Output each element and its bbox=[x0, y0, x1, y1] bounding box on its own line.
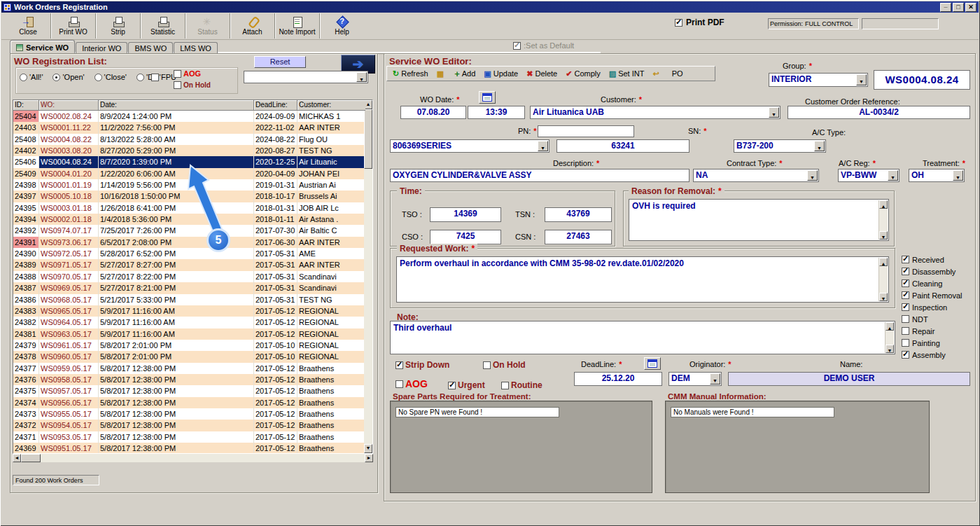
pn-dropdown[interactable]: 806369SERIES bbox=[390, 139, 550, 153]
scrollbar-thumb[interactable] bbox=[21, 454, 41, 462]
wo-grid-row[interactable]: 24376 WS0958.05.17 5/8/2017 12:38:00 PM … bbox=[13, 374, 365, 385]
print-pdf-checkbox[interactable] bbox=[675, 19, 682, 27]
scroll-up-icon[interactable] bbox=[886, 322, 894, 331]
wo-grid-row[interactable]: 24383 WS0965.05.17 5/9/2017 11:16:00 AM … bbox=[13, 305, 365, 317]
chevron-down-icon[interactable] bbox=[769, 107, 779, 118]
treatment-step[interactable]: Painting bbox=[902, 338, 962, 347]
group-dropdown[interactable]: INTERIOR bbox=[769, 73, 868, 87]
wo-grid-row[interactable]: 24386 WS0968.05.17 5/21/2017 5:33:00 PM … bbox=[13, 294, 365, 305]
wo-grid-row[interactable]: 24371 WS0953.05.17 5/8/2017 12:38:00 PM … bbox=[13, 431, 365, 443]
pn-search-input[interactable] bbox=[538, 125, 634, 137]
wo-date-calendar-button[interactable] bbox=[479, 91, 496, 104]
tsn-field[interactable]: 43769 bbox=[545, 207, 612, 222]
on-hold-option[interactable]: On Hold bbox=[483, 360, 526, 370]
customer-filter-dropdown[interactable] bbox=[244, 71, 368, 83]
toolbar-button[interactable]: Attach bbox=[230, 13, 274, 39]
chevron-down-icon[interactable] bbox=[814, 141, 825, 151]
chevron-down-icon[interactable] bbox=[807, 170, 818, 181]
grid-vertical-scrollbar[interactable] bbox=[364, 100, 372, 453]
toolbar-button[interactable]: Close bbox=[6, 13, 50, 39]
ac-reg-dropdown[interactable]: VP-BWW bbox=[838, 169, 899, 182]
scroll-right-icon[interactable] bbox=[365, 454, 373, 462]
wo-tab[interactable]: BMS WO bbox=[128, 42, 173, 53]
scroll-down-icon[interactable] bbox=[886, 345, 894, 353]
wo-grid-row[interactable]: 24375 WS0957.05.17 5/8/2017 12:38:00 PM … bbox=[13, 385, 365, 396]
wo-grid-row[interactable]: 24388 WS0970.05.17 5/27/2017 8:22:00 PM … bbox=[13, 271, 365, 282]
wo-grid-row[interactable]: 24379 WS0961.05.17 5/8/2017 2:01:00 PM 2… bbox=[13, 340, 365, 351]
ac-type-dropdown[interactable]: B737-200 bbox=[734, 139, 826, 153]
chevron-down-icon[interactable] bbox=[856, 74, 867, 85]
column-header-id[interactable]: ID: bbox=[13, 100, 39, 111]
routine-option[interactable]: Routine bbox=[501, 380, 542, 390]
chevron-down-icon[interactable] bbox=[710, 373, 720, 385]
treatment-step[interactable]: Repair bbox=[902, 326, 962, 335]
chevron-down-icon[interactable] bbox=[953, 170, 963, 181]
editor-toolbar-button[interactable]: Update bbox=[480, 69, 522, 78]
csn-field[interactable]: 27463 bbox=[545, 230, 612, 244]
wo-grid-row[interactable]: 25404 WS0002.08.24 8/9/2024 1:24:00 PM 2… bbox=[13, 111, 365, 122]
scrollbar-thumb[interactable] bbox=[364, 109, 372, 169]
scroll-up-icon[interactable] bbox=[879, 258, 888, 266]
chevron-down-icon[interactable] bbox=[888, 170, 898, 181]
wo-grid-row[interactable]: 24391 WS0973.06.17 6/5/2017 2:08:00 PM 2… bbox=[13, 237, 365, 248]
editor-toolbar-button[interactable]: Set INT bbox=[606, 69, 648, 78]
scroll-down-icon[interactable] bbox=[879, 293, 888, 301]
wo-grid-row[interactable]: 25406 WS0004.08.24 8/7/2020 1:39:00 PM 2… bbox=[13, 156, 365, 167]
wo-grid-row[interactable]: 24402 WS0003.08.20 8/27/2020 5:29:00 PM … bbox=[13, 145, 365, 156]
aog-filter[interactable]: AOG bbox=[174, 69, 201, 78]
scroll-left-icon[interactable] bbox=[13, 454, 21, 462]
customer-dropdown[interactable]: Air Lituanica UAB bbox=[530, 106, 780, 119]
editor-toolbar-button[interactable] bbox=[433, 69, 449, 78]
maximize-icon[interactable] bbox=[953, 3, 964, 12]
status-radio[interactable]: 'Close' bbox=[94, 73, 127, 81]
treatment-dropdown[interactable]: OH bbox=[909, 169, 965, 182]
chevron-down-icon[interactable] bbox=[538, 141, 548, 151]
wo-grid-row[interactable]: 25409 WS0004.01.20 1/22/2020 6:06:00 AM … bbox=[13, 168, 365, 179]
wo-grid-row[interactable]: 24382 WS0964.05.17 5/9/2017 11:16:00 AM … bbox=[13, 317, 365, 328]
note-scrollbar[interactable] bbox=[885, 322, 894, 353]
on-hold-filter[interactable]: On Hold bbox=[174, 81, 211, 89]
toolbar-button[interactable]: Help bbox=[319, 13, 364, 39]
originator-dropdown[interactable]: DEM bbox=[668, 372, 722, 386]
wo-grid-row[interactable]: 25408 WS0004.08.22 8/13/2022 5:28:00 AM … bbox=[13, 134, 365, 145]
treatment-step[interactable]: Disassembly bbox=[902, 267, 962, 276]
toolbar-button[interactable]: Note Import bbox=[274, 13, 319, 39]
customer-order-ref-field[interactable]: AL-0034/2 bbox=[788, 106, 970, 119]
toolbar-button[interactable]: Status bbox=[185, 13, 230, 39]
editor-toolbar-button[interactable] bbox=[649, 69, 664, 78]
wo-grid-row[interactable]: 24390 WS0972.05.17 5/28/2017 6:52:00 PM … bbox=[13, 248, 365, 259]
wo-grid-row[interactable]: 24395 WS0003.01.18 1/26/2018 6:41:00 PM … bbox=[13, 202, 365, 214]
minimize-icon[interactable] bbox=[940, 3, 951, 12]
editor-toolbar-button[interactable]: Refresh bbox=[389, 69, 432, 78]
wo-grid-row[interactable]: 24389 WS0971.05.17 5/27/2017 8:27:00 PM … bbox=[13, 259, 365, 270]
wo-grid-row[interactable]: 24373 WS0955.05.17 5/8/2017 12:38:00 PM … bbox=[13, 408, 365, 420]
aog-option[interactable]: AOG bbox=[396, 378, 428, 389]
treatment-step[interactable]: NDT bbox=[902, 314, 962, 324]
editor-toolbar-button[interactable]: Delete bbox=[523, 69, 561, 78]
deadline-field[interactable]: 25.12.20 bbox=[574, 372, 662, 386]
wo-grid-row[interactable]: 24392 WS0974.07.17 7/25/2017 7:26:00 PM … bbox=[13, 225, 365, 236]
wo-grid-row[interactable]: 24369 WS0951.05.17 5/8/2017 12:38:00 PM … bbox=[13, 443, 365, 454]
wo-grid-row[interactable]: 24374 WS0956.05.17 5/8/2017 12:38:00 PM … bbox=[13, 397, 365, 408]
reset-button[interactable]: Reset bbox=[254, 56, 306, 68]
scroll-up-icon[interactable] bbox=[879, 200, 888, 209]
urgent-option[interactable]: Urgent bbox=[448, 380, 485, 390]
treatment-step[interactable]: Assembly bbox=[902, 350, 962, 359]
column-header-date[interactable]: Date: bbox=[99, 100, 254, 111]
column-header-customer[interactable]: Customer: bbox=[298, 100, 365, 111]
treatment-step[interactable]: Cleaning bbox=[902, 279, 962, 288]
editor-toolbar-button[interactable]: Comply bbox=[562, 69, 604, 78]
tso-field[interactable]: 14369 bbox=[430, 207, 501, 222]
grid-horizontal-scrollbar[interactable] bbox=[13, 454, 373, 462]
wo-grid-row[interactable]: 24387 WS0969.05.17 5/27/2017 8:21:00 PM … bbox=[13, 282, 365, 293]
wo-date-field[interactable]: 07.08.20 bbox=[400, 106, 466, 119]
wo-grid-row[interactable]: 24398 WS0001.01.19 1/14/2019 5:56:00 PM … bbox=[13, 179, 365, 191]
fpu-filter[interactable]: FPU bbox=[151, 73, 176, 81]
deadline-calendar-button[interactable] bbox=[644, 357, 661, 370]
wo-grid-row[interactable]: 24377 WS0959.05.17 5/8/2017 12:38:00 PM … bbox=[13, 363, 365, 374]
requested-work-textarea[interactable]: Perform overhaul in accordance with CMM … bbox=[396, 256, 889, 303]
wo-grid-row[interactable]: 24403 WS0001.11.22 11/2/2022 7:56:00 PM … bbox=[13, 122, 365, 133]
description-field[interactable]: OXYGEN CYLINDER&VALVE ASSY bbox=[390, 169, 690, 182]
chevron-down-icon[interactable] bbox=[356, 72, 367, 82]
scroll-down-icon[interactable] bbox=[879, 231, 888, 240]
